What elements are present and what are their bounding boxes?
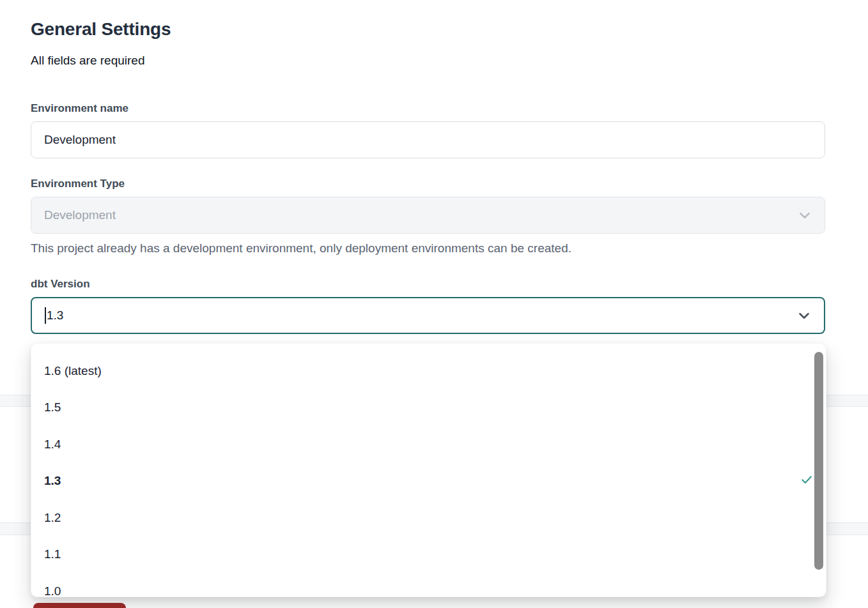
dbt-version-value: 1.3 bbox=[47, 308, 63, 323]
page-subtitle: All fields are required bbox=[31, 54, 144, 68]
dropdown-option-1-2[interactable]: 1.2 bbox=[31, 499, 826, 536]
dropdown-option-1-5[interactable]: 1.5 bbox=[31, 390, 826, 427]
delete-environment-button[interactable] bbox=[33, 603, 126, 608]
chevron-down-icon[interactable] bbox=[796, 307, 812, 324]
environment-type-select: Development bbox=[31, 197, 825, 234]
dropdown-option-1-6[interactable]: 1.6 (latest) bbox=[31, 353, 826, 390]
dropdown-option-1-1[interactable]: 1.1 bbox=[31, 536, 826, 574]
chevron-down-icon bbox=[796, 207, 813, 224]
environment-type-label: Environment Type bbox=[31, 178, 125, 190]
page-title: General Settings bbox=[31, 19, 171, 40]
environment-type-value: Development bbox=[44, 208, 116, 222]
dropdown-option-1-3-selected[interactable]: 1.3 bbox=[31, 463, 826, 500]
dropdown-option-1-4[interactable]: 1.4 bbox=[31, 426, 826, 463]
dbt-version-combobox[interactable]: 1.3 bbox=[31, 297, 825, 334]
settings-page: General Settings All fields are required… bbox=[0, 0, 868, 608]
dbt-version-label: dbt Version bbox=[31, 278, 90, 291]
check-icon bbox=[800, 473, 813, 486]
environment-type-helper-text: This project already has a development e… bbox=[31, 241, 825, 255]
dropdown-scrollbar-thumb[interactable] bbox=[814, 352, 823, 570]
environment-name-label: Environment name bbox=[31, 102, 128, 115]
dropdown-option-1-0[interactable]: 1.0 bbox=[31, 573, 826, 597]
dbt-version-dropdown-list: 1.6 (latest) 1.5 1.4 1.3 1.2 1.1 1.0 bbox=[31, 343, 826, 597]
text-cursor bbox=[45, 307, 46, 324]
environment-name-input[interactable] bbox=[31, 121, 825, 158]
